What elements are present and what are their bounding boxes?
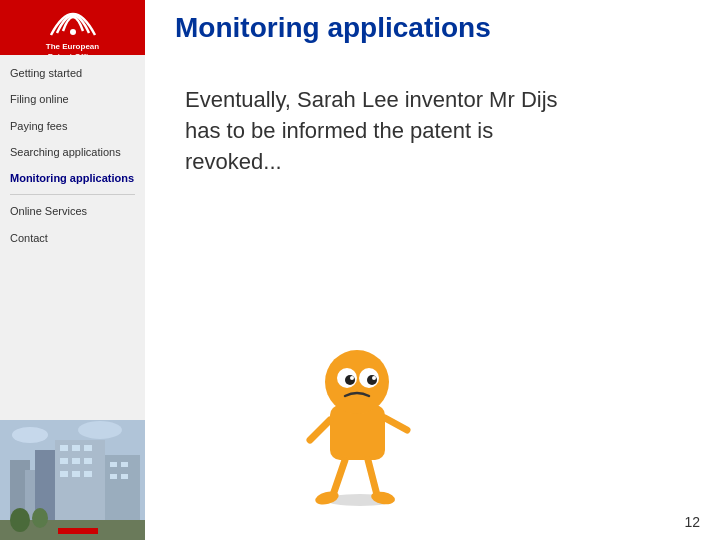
sidebar-building-image xyxy=(0,420,145,540)
svg-point-25 xyxy=(78,421,122,439)
svg-point-0 xyxy=(70,29,76,35)
svg-point-24 xyxy=(12,427,48,443)
svg-rect-14 xyxy=(84,471,92,477)
svg-rect-11 xyxy=(84,458,92,464)
svg-rect-19 xyxy=(121,474,128,479)
sidebar-item-paying-fees[interactable]: Paying fees xyxy=(0,113,145,139)
svg-point-28 xyxy=(325,350,389,414)
sidebar-item-searching-applications[interactable]: Searching applications xyxy=(0,139,145,165)
svg-rect-7 xyxy=(72,445,80,451)
sidebar-item-online-services[interactable]: Online Services xyxy=(0,198,145,224)
svg-point-34 xyxy=(372,376,376,380)
sidebar-item-contact[interactable]: Contact xyxy=(0,225,145,251)
svg-line-35 xyxy=(310,420,330,440)
svg-rect-18 xyxy=(110,474,117,479)
page-number: 12 xyxy=(684,514,700,530)
svg-rect-9 xyxy=(60,458,68,464)
sidebar: Getting started Filing online Paying fee… xyxy=(0,55,145,540)
svg-rect-23 xyxy=(58,528,98,534)
svg-rect-10 xyxy=(72,458,80,464)
cartoon-character xyxy=(295,340,415,500)
svg-point-32 xyxy=(367,375,377,385)
svg-point-21 xyxy=(10,508,30,532)
svg-rect-17 xyxy=(121,462,128,467)
svg-rect-16 xyxy=(110,462,117,467)
content-text: Eventually, Sarah Lee inventor Mr Dijs h… xyxy=(185,85,565,177)
svg-line-36 xyxy=(385,418,407,430)
svg-line-37 xyxy=(333,460,345,495)
sidebar-item-filing-online[interactable]: Filing online xyxy=(0,86,145,112)
svg-point-31 xyxy=(345,375,355,385)
svg-rect-8 xyxy=(84,445,92,451)
page-title: Monitoring applications xyxy=(175,12,491,44)
header-title-area: Monitoring applications xyxy=(145,12,720,44)
svg-rect-13 xyxy=(72,471,80,477)
header-logo: The European Patent Office xyxy=(0,0,145,55)
content-line1: Eventually, Sarah Lee inventor Mr Dijs xyxy=(185,87,558,112)
svg-rect-6 xyxy=(60,445,68,451)
main-area: Getting started Filing online Paying fee… xyxy=(0,55,720,540)
content-area: Eventually, Sarah Lee inventor Mr Dijs h… xyxy=(145,55,720,540)
header: The European Patent Office Monitoring ap… xyxy=(0,0,720,55)
page-wrapper: The European Patent Office Monitoring ap… xyxy=(0,0,720,540)
content-line2: has to be informed the patent is revoked… xyxy=(185,118,493,174)
svg-point-22 xyxy=(32,508,48,528)
svg-rect-12 xyxy=(60,471,68,477)
nav-separator xyxy=(10,194,135,195)
sidebar-item-monitoring-applications[interactable]: Monitoring applications xyxy=(0,165,145,191)
epo-logo-icon xyxy=(43,0,103,38)
epo-logo-container: The European Patent Office xyxy=(43,0,103,62)
svg-point-33 xyxy=(350,376,354,380)
sidebar-item-getting-started[interactable]: Getting started xyxy=(0,60,145,86)
svg-line-39 xyxy=(368,460,377,495)
